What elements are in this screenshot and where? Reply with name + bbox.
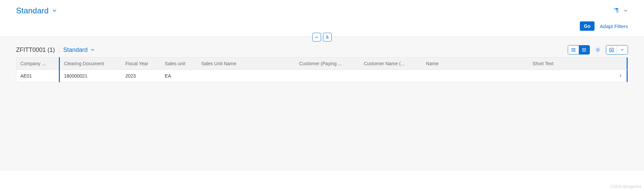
cell-name — [422, 70, 529, 82]
col-header-customer-paying[interactable]: Customer (Paying ... — [295, 58, 360, 70]
table-head: Company ... Clearing Document Fiscal Yea… — [16, 58, 628, 70]
chevron-down-icon — [52, 8, 57, 13]
header-expand-button[interactable] — [623, 8, 628, 13]
table-variant-label: Standard — [63, 46, 88, 54]
cell-customer-name — [360, 70, 422, 82]
col-header-company[interactable]: Company ... — [16, 58, 60, 70]
col-header-short-text[interactable]: Short Text — [529, 58, 610, 70]
pin-header-button[interactable] — [323, 33, 332, 41]
export-button[interactable] — [606, 45, 617, 54]
view-list-button[interactable] — [568, 45, 579, 54]
table-header-bar: ZFITT0001 (1) Standard — [16, 45, 628, 55]
cell-short-text — [529, 70, 610, 82]
table-toolbar — [568, 45, 628, 55]
header-bar: Standard — [0, 0, 644, 18]
col-header-customer-name[interactable]: Customer Name (... — [360, 58, 422, 70]
table-body: AE01 180000021 2023 EA — [16, 70, 628, 82]
collapse-header-button[interactable] — [312, 33, 321, 41]
row-nav-button[interactable] — [610, 70, 627, 82]
cell-customer-paying — [295, 70, 360, 82]
pin-icon — [325, 35, 330, 39]
cell-clearing-document: 180000021 — [60, 70, 121, 82]
row-end-marker — [627, 70, 628, 82]
col-header-name[interactable]: Name — [422, 58, 529, 70]
col-header-fiscal-year[interactable]: Fiscal Year — [121, 58, 161, 70]
chevron-down-icon — [620, 48, 624, 52]
cell-sales-unit: EA — [161, 70, 197, 82]
share-button[interactable] — [613, 8, 619, 14]
svg-point-0 — [597, 49, 599, 51]
cell-company: AE01 — [16, 70, 60, 82]
adapt-filters-button[interactable]: Adapt Filters — [600, 23, 628, 29]
col-header-end — [627, 58, 628, 70]
header-divider — [0, 37, 644, 37]
chevron-right-icon — [619, 74, 623, 78]
col-header-clearing-document[interactable]: Clearing Document — [60, 58, 121, 70]
chevron-down-icon — [623, 8, 628, 13]
col-header-sales-unit[interactable]: Sales unit — [161, 58, 197, 70]
chevron-down-icon — [90, 47, 95, 52]
view-segmented-buttons — [568, 45, 590, 55]
page-variant-label: Standard — [16, 6, 48, 15]
cell-fiscal-year: 2023 — [121, 70, 161, 82]
export-button-group — [606, 45, 628, 55]
col-header-nav — [610, 58, 627, 70]
excel-icon — [609, 47, 614, 53]
export-menu-button[interactable] — [617, 45, 628, 54]
table-title-group: ZFITT0001 (1) Standard — [16, 46, 95, 54]
table-variant-selector[interactable]: Standard — [59, 46, 95, 54]
chevron-up-icon — [315, 35, 319, 39]
header-actions — [613, 8, 628, 14]
share-icon — [613, 8, 619, 14]
go-button[interactable]: Go — [580, 21, 594, 31]
gear-icon — [595, 47, 601, 53]
page-variant-selector[interactable]: Standard — [16, 6, 57, 15]
results-table: Company ... Clearing Document Fiscal Yea… — [16, 57, 628, 82]
col-header-sales-unit-name[interactable]: Sales Unit Name — [197, 58, 295, 70]
settings-button[interactable] — [593, 45, 603, 55]
view-grid-button[interactable] — [579, 45, 589, 54]
list-icon — [571, 47, 576, 52]
table-row[interactable]: AE01 180000021 2023 EA — [16, 70, 628, 82]
grid-icon — [581, 47, 587, 52]
content-area: ZFITT0001 (1) Standard — [0, 37, 644, 171]
dynamic-page-toggle-group — [312, 33, 332, 41]
table-header-row: Company ... Clearing Document Fiscal Yea… — [16, 58, 628, 70]
cell-sales-unit-name — [197, 70, 295, 82]
table-title: ZFITT0001 (1) — [16, 46, 55, 54]
